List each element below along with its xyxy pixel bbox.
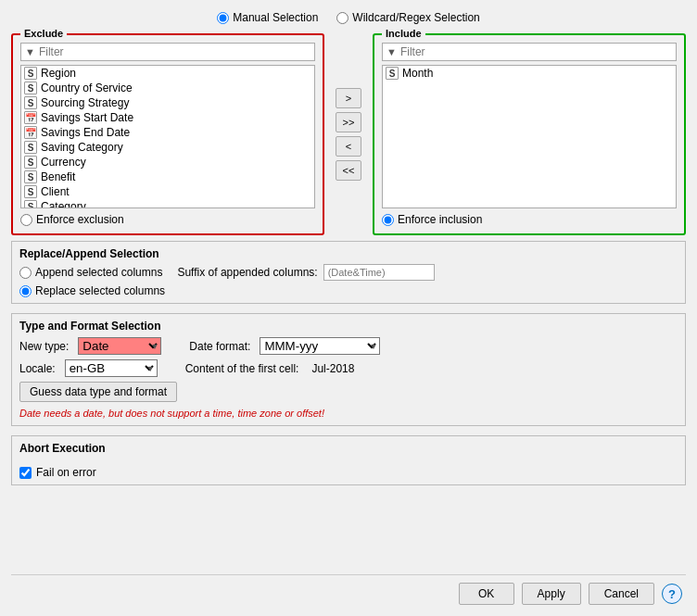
exclude-panel: Exclude ▼ SRegionSCountry of ServiceSSou… — [11, 33, 324, 235]
list-item[interactable]: SCountry of Service — [21, 81, 314, 95]
suffix-label: Suffix of appended columns: — [177, 266, 317, 279]
content-first-cell-value: Jul-2018 — [311, 362, 354, 375]
cancel-button[interactable]: Cancel — [589, 583, 654, 605]
error-text: Date needs a date, but does not support … — [19, 408, 324, 419]
locale-wrapper: en-GB en-US de-DE fr-FR ▼ — [65, 359, 158, 377]
list-item[interactable]: 📅Savings Start Date — [21, 110, 314, 125]
include-filter-icon: ▼ — [387, 46, 397, 57]
enforce-exclusion-radio[interactable]: Enforce exclusion — [20, 213, 124, 226]
include-filter-wrapper: ▼ — [382, 43, 677, 61]
apply-button[interactable]: Apply — [522, 583, 581, 605]
list-item[interactable]: SSaving Category — [21, 140, 314, 155]
new-type-wrapper: Date String Integer Double Boolean ▼ — [78, 337, 161, 355]
wildcard-selection-radio[interactable]: Wildcard/Regex Selection — [336, 11, 479, 24]
bottom-bar: OK Apply Cancel ? — [11, 574, 686, 609]
exclude-filter-wrapper: ▼ — [20, 43, 315, 61]
exclude-filter-icon: ▼ — [25, 46, 35, 57]
type-format-title: Type and Format Selection — [19, 320, 678, 333]
enforce-exclusion-label: Enforce exclusion — [36, 213, 124, 226]
manual-selection-label: Manual Selection — [233, 11, 318, 24]
locale-select[interactable]: en-GB en-US de-DE fr-FR — [65, 359, 158, 377]
guess-button[interactable]: Guess data type and format — [19, 382, 177, 402]
move-all-left-button[interactable]: << — [336, 160, 361, 181]
fail-on-error-label: Fail on error — [36, 466, 96, 479]
include-filter-input[interactable] — [400, 45, 672, 58]
replace-columns-label: Replace selected columns — [35, 284, 165, 297]
exclude-filter-input[interactable] — [39, 45, 310, 58]
list-item[interactable]: SBenefit — [21, 170, 314, 184]
append-columns-label: Append selected columns — [35, 266, 162, 279]
replace-append-section: Replace/Append Selection Append selected… — [11, 241, 686, 304]
list-item[interactable]: SClient — [21, 184, 314, 199]
type-format-section: Type and Format Selection New type: Date… — [11, 313, 686, 426]
move-all-right-button[interactable]: >> — [336, 112, 361, 132]
abort-section: Abort Execution Fail on error — [11, 435, 686, 485]
list-item[interactable]: SRegion — [21, 66, 314, 81]
enforce-inclusion-radio[interactable]: Enforce inclusion — [382, 213, 482, 226]
list-item[interactable]: SCurrency — [21, 155, 314, 170]
enforce-inclusion-label: Enforce inclusion — [398, 213, 482, 226]
date-format-select[interactable]: MMM-yyy MMM-yyyy MM-yyyy dd-MM-yyyy yyyy… — [260, 337, 380, 355]
manual-selection-radio[interactable]: Manual Selection — [217, 11, 318, 24]
list-item[interactable]: SMonth — [383, 66, 676, 81]
locale-label: Locale: — [19, 362, 56, 375]
include-panel: Include ▼ SMonth Enforce inclusion — [373, 33, 686, 235]
suffix-input[interactable] — [323, 264, 435, 281]
help-button[interactable]: ? — [662, 584, 682, 604]
content-label: Content of the first cell: — [185, 362, 299, 375]
suffix-row: Suffix of appended columns: — [177, 264, 434, 281]
fail-on-error-checkbox[interactable]: Fail on error — [19, 466, 678, 479]
date-format-label: Date format: — [189, 340, 250, 353]
list-item[interactable]: SCategory — [21, 199, 314, 208]
replace-append-title: Replace/Append Selection — [19, 247, 678, 260]
list-item[interactable]: SSourcing Strategy — [21, 95, 314, 110]
move-right-button[interactable]: > — [336, 88, 361, 108]
transfer-buttons: > >> < << — [332, 33, 365, 235]
include-legend: Include — [382, 28, 425, 39]
exclude-list[interactable]: SRegionSCountry of ServiceSSourcing Stra… — [20, 65, 315, 208]
wildcard-selection-label: Wildcard/Regex Selection — [352, 11, 479, 24]
replace-columns-radio[interactable]: Replace selected columns — [19, 284, 678, 297]
abort-title: Abort Execution — [19, 442, 678, 455]
append-columns-radio[interactable]: Append selected columns — [19, 266, 162, 279]
exclude-legend: Exclude — [20, 28, 67, 39]
ok-button[interactable]: OK — [459, 583, 514, 605]
date-format-wrapper: MMM-yyy MMM-yyyy MM-yyyy dd-MM-yyyy yyyy… — [260, 337, 380, 355]
new-type-label: New type: — [19, 340, 69, 353]
move-left-button[interactable]: < — [336, 136, 361, 157]
include-list[interactable]: SMonth — [382, 65, 677, 208]
list-item[interactable]: 📅Savings End Date — [21, 125, 314, 140]
new-type-select[interactable]: Date String Integer Double Boolean — [78, 337, 161, 355]
